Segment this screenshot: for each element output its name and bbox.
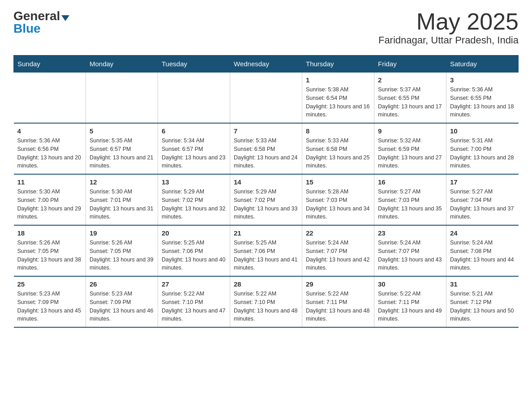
day-number: 31 (450, 280, 515, 288)
day-number: 2 (378, 76, 442, 84)
day-info: Sunrise: 5:24 AMSunset: 7:07 PMDaylight:… (306, 239, 370, 272)
calendar-cell (158, 73, 230, 124)
calendar-week-3: 11Sunrise: 5:30 AMSunset: 7:00 PMDayligh… (14, 174, 519, 225)
day-number: 15 (306, 178, 370, 186)
calendar-cell: 14Sunrise: 5:29 AMSunset: 7:02 PMDayligh… (230, 174, 302, 225)
day-info: Sunrise: 5:24 AMSunset: 7:07 PMDaylight:… (378, 239, 442, 272)
day-info: Sunrise: 5:32 AMSunset: 6:59 PMDaylight:… (378, 137, 442, 170)
day-number: 10 (450, 127, 515, 135)
header-monday: Monday (86, 56, 158, 73)
month-title: May 2025 (378, 9, 519, 34)
calendar-cell: 4Sunrise: 5:36 AMSunset: 6:56 PMDaylight… (14, 123, 86, 174)
day-number: 20 (162, 229, 226, 237)
day-info: Sunrise: 5:22 AMSunset: 7:10 PMDaylight:… (162, 290, 226, 323)
day-number: 29 (306, 280, 370, 288)
calendar-cell: 31Sunrise: 5:21 AMSunset: 7:12 PMDayligh… (446, 276, 519, 327)
logo-blue-text: Blue (13, 21, 41, 36)
calendar-cell: 7Sunrise: 5:33 AMSunset: 6:58 PMDaylight… (230, 123, 302, 174)
calendar-cell: 1Sunrise: 5:38 AMSunset: 6:54 PMDaylight… (302, 73, 374, 124)
calendar-cell: 16Sunrise: 5:27 AMSunset: 7:03 PMDayligh… (374, 174, 446, 225)
day-number: 23 (378, 229, 442, 237)
day-info: Sunrise: 5:24 AMSunset: 7:08 PMDaylight:… (450, 239, 515, 272)
header-wednesday: Wednesday (230, 56, 302, 73)
logo-arrow-icon (61, 15, 69, 21)
day-info: Sunrise: 5:34 AMSunset: 6:57 PMDaylight:… (162, 137, 226, 170)
day-info: Sunrise: 5:37 AMSunset: 6:55 PMDaylight:… (378, 86, 442, 119)
day-info: Sunrise: 5:28 AMSunset: 7:03 PMDaylight:… (306, 188, 370, 221)
day-number: 13 (162, 178, 226, 186)
day-number: 19 (90, 229, 154, 237)
header-tuesday: Tuesday (158, 56, 230, 73)
day-info: Sunrise: 5:23 AMSunset: 7:09 PMDaylight:… (90, 290, 154, 323)
calendar-cell: 15Sunrise: 5:28 AMSunset: 7:03 PMDayligh… (302, 174, 374, 225)
day-info: Sunrise: 5:23 AMSunset: 7:09 PMDaylight:… (17, 290, 82, 323)
header-friday: Friday (374, 56, 446, 73)
day-info: Sunrise: 5:29 AMSunset: 7:02 PMDaylight:… (234, 188, 298, 221)
day-number: 28 (234, 280, 298, 288)
day-info: Sunrise: 5:33 AMSunset: 6:58 PMDaylight:… (306, 137, 370, 170)
day-number: 24 (450, 229, 515, 237)
day-number: 9 (378, 127, 442, 135)
calendar-week-1: 1Sunrise: 5:38 AMSunset: 6:54 PMDaylight… (14, 73, 519, 124)
day-info: Sunrise: 5:29 AMSunset: 7:02 PMDaylight:… (162, 188, 226, 221)
calendar-cell: 11Sunrise: 5:30 AMSunset: 7:00 PMDayligh… (14, 174, 86, 225)
day-number: 6 (162, 127, 226, 135)
day-number: 21 (234, 229, 298, 237)
day-info: Sunrise: 5:26 AMSunset: 7:05 PMDaylight:… (17, 239, 82, 272)
calendar-cell: 22Sunrise: 5:24 AMSunset: 7:07 PMDayligh… (302, 225, 374, 276)
day-number: 11 (17, 178, 82, 186)
calendar-cell (86, 73, 158, 124)
day-info: Sunrise: 5:35 AMSunset: 6:57 PMDaylight:… (90, 137, 154, 170)
calendar-cell (14, 73, 86, 124)
calendar-cell: 3Sunrise: 5:36 AMSunset: 6:55 PMDaylight… (446, 73, 519, 124)
calendar-cell: 13Sunrise: 5:29 AMSunset: 7:02 PMDayligh… (158, 174, 230, 225)
day-number: 4 (17, 127, 82, 135)
calendar-cell: 2Sunrise: 5:37 AMSunset: 6:55 PMDaylight… (374, 73, 446, 124)
day-number: 27 (162, 280, 226, 288)
header-thursday: Thursday (302, 56, 374, 73)
calendar-cell: 18Sunrise: 5:26 AMSunset: 7:05 PMDayligh… (14, 225, 86, 276)
day-number: 30 (378, 280, 442, 288)
day-info: Sunrise: 5:22 AMSunset: 7:11 PMDaylight:… (306, 290, 370, 323)
calendar-cell: 28Sunrise: 5:22 AMSunset: 7:10 PMDayligh… (230, 276, 302, 327)
day-number: 17 (450, 178, 515, 186)
day-number: 22 (306, 229, 370, 237)
day-number: 16 (378, 178, 442, 186)
page-header: General Blue May 2025 Faridnagar, Uttar … (13, 9, 519, 46)
calendar-cell: 23Sunrise: 5:24 AMSunset: 7:07 PMDayligh… (374, 225, 446, 276)
day-info: Sunrise: 5:22 AMSunset: 7:10 PMDaylight:… (234, 290, 298, 323)
calendar-cell: 5Sunrise: 5:35 AMSunset: 6:57 PMDaylight… (86, 123, 158, 174)
day-number: 12 (90, 178, 154, 186)
header-saturday: Saturday (446, 56, 519, 73)
day-number: 8 (306, 127, 370, 135)
calendar-cell (230, 73, 302, 124)
day-number: 3 (450, 76, 515, 84)
day-info: Sunrise: 5:27 AMSunset: 7:04 PMDaylight:… (450, 188, 515, 221)
calendar-cell: 21Sunrise: 5:25 AMSunset: 7:06 PMDayligh… (230, 225, 302, 276)
calendar-cell: 24Sunrise: 5:24 AMSunset: 7:08 PMDayligh… (446, 225, 519, 276)
calendar-week-4: 18Sunrise: 5:26 AMSunset: 7:05 PMDayligh… (14, 225, 519, 276)
day-number: 25 (17, 280, 82, 288)
calendar-cell: 19Sunrise: 5:26 AMSunset: 7:05 PMDayligh… (86, 225, 158, 276)
calendar-cell: 25Sunrise: 5:23 AMSunset: 7:09 PMDayligh… (14, 276, 86, 327)
day-info: Sunrise: 5:27 AMSunset: 7:03 PMDaylight:… (378, 188, 442, 221)
calendar-cell: 30Sunrise: 5:22 AMSunset: 7:11 PMDayligh… (374, 276, 446, 327)
title-section: May 2025 Faridnagar, Uttar Pradesh, Indi… (378, 9, 519, 46)
day-info: Sunrise: 5:33 AMSunset: 6:58 PMDaylight:… (234, 137, 298, 170)
day-info: Sunrise: 5:25 AMSunset: 7:06 PMDaylight:… (234, 239, 298, 272)
calendar-cell: 27Sunrise: 5:22 AMSunset: 7:10 PMDayligh… (158, 276, 230, 327)
day-number: 5 (90, 127, 154, 135)
day-info: Sunrise: 5:36 AMSunset: 6:55 PMDaylight:… (450, 86, 515, 119)
calendar-cell: 12Sunrise: 5:30 AMSunset: 7:01 PMDayligh… (86, 174, 158, 225)
logo: General Blue (13, 9, 69, 36)
day-info: Sunrise: 5:25 AMSunset: 7:06 PMDaylight:… (162, 239, 226, 272)
calendar-table: SundayMondayTuesdayWednesdayThursdayFrid… (13, 55, 519, 328)
day-number: 7 (234, 127, 298, 135)
calendar-cell: 17Sunrise: 5:27 AMSunset: 7:04 PMDayligh… (446, 174, 519, 225)
calendar-cell: 6Sunrise: 5:34 AMSunset: 6:57 PMDaylight… (158, 123, 230, 174)
day-info: Sunrise: 5:26 AMSunset: 7:05 PMDaylight:… (90, 239, 154, 272)
day-number: 26 (90, 280, 154, 288)
day-number: 1 (306, 76, 370, 84)
day-number: 14 (234, 178, 298, 186)
day-info: Sunrise: 5:31 AMSunset: 7:00 PMDaylight:… (450, 137, 515, 170)
